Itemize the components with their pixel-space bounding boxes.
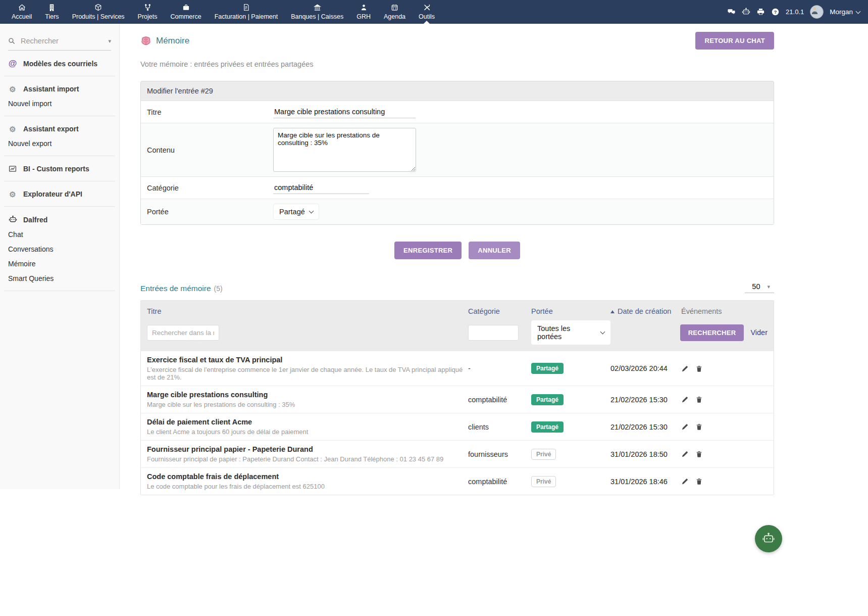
- sidebar-item-dalfred[interactable]: Dalfred: [8, 215, 111, 224]
- bank-icon: [314, 4, 321, 11]
- sidebar-item-assistant-export[interactable]: ⚙ Assistant export: [8, 125, 111, 133]
- edit-icon[interactable]: [681, 396, 689, 403]
- sort-asc-icon: [610, 310, 615, 313]
- edit-icon[interactable]: [681, 478, 689, 485]
- entry-desc: Le client Acme a toujours 60 jours de dé…: [147, 428, 468, 436]
- user-menu[interactable]: Morgan: [830, 8, 860, 16]
- delete-icon[interactable]: [695, 396, 703, 403]
- memory-entries-table: Titre Catégorie Portée Date de création …: [140, 300, 774, 495]
- entry-title[interactable]: Fournisseur principal papier - Papeterie…: [147, 445, 468, 453]
- sidebar-item-memoire[interactable]: Mémoire: [8, 260, 111, 268]
- column-titre[interactable]: Titre: [147, 307, 468, 315]
- nav-item-facturation-paiement[interactable]: Facturation | Paiement: [208, 0, 285, 24]
- column-categorie[interactable]: Catégorie: [468, 307, 531, 315]
- delete-icon[interactable]: [695, 478, 703, 485]
- categorie-label: Catégorie: [147, 184, 273, 192]
- navbar-right: ? 21.0.1 Morgan: [727, 0, 868, 24]
- calendar-icon: [391, 4, 398, 11]
- tools-icon: [423, 4, 431, 11]
- chevron-down-icon: [600, 329, 605, 335]
- assistant-fab-button[interactable]: [755, 525, 782, 552]
- filter-title-input[interactable]: [147, 325, 219, 341]
- sidebar-item-assistant-import[interactable]: ⚙ Assistant import: [8, 85, 111, 93]
- cancel-button[interactable]: ANNULER: [469, 242, 520, 259]
- entry-title[interactable]: Code comptable frais de déplacement: [147, 472, 468, 481]
- user-icon: [360, 4, 368, 11]
- nav-item-accueil[interactable]: Accueil: [5, 0, 38, 24]
- filter-scope-select[interactable]: Toutes les portées: [531, 320, 610, 345]
- filter-category-input[interactable]: [468, 325, 519, 341]
- search-icon: [8, 37, 15, 44]
- nav-item-agenda[interactable]: Agenda: [377, 0, 412, 24]
- sidebar-item-conversations[interactable]: Conversations: [8, 245, 111, 253]
- nav-item-projets[interactable]: Projets: [131, 0, 164, 24]
- clear-filters-link[interactable]: Vider: [750, 328, 768, 337]
- entry-category: fournisseurs: [468, 450, 531, 458]
- comments-icon[interactable]: [727, 8, 736, 16]
- nav-item-banques-caisses[interactable]: Banques | Caisses: [284, 0, 350, 24]
- search-dropdown-caret-icon[interactable]: ▾: [108, 38, 111, 44]
- page-size-select[interactable]: 50 ▾: [745, 282, 774, 293]
- table-filter-row: Toutes les portées RECHERCHER Vider: [141, 320, 774, 351]
- entry-title[interactable]: Marge cible prestations consulting: [147, 391, 468, 399]
- edit-icon[interactable]: [681, 365, 689, 372]
- avatar[interactable]: [810, 5, 824, 19]
- delete-icon[interactable]: [695, 365, 703, 372]
- sidebar-item-explorateur-api[interactable]: ⚙ Explorateur d'API: [8, 190, 111, 198]
- printer-icon[interactable]: [756, 8, 765, 16]
- scope-badge: Privé: [531, 449, 556, 460]
- portee-select[interactable]: Partagé: [273, 204, 319, 220]
- sidebar-item-nouvel-export[interactable]: Nouvel export: [8, 139, 111, 148]
- page-size-caret-icon: ▾: [767, 283, 770, 290]
- table-row: Code comptable frais de déplacement Le c…: [141, 467, 774, 495]
- nav-item-grh[interactable]: GRH: [350, 0, 377, 24]
- active-tab-caret: [424, 21, 430, 24]
- entry-date: 21/02/2026 15:30: [610, 423, 666, 431]
- column-portee[interactable]: Portée: [531, 307, 610, 315]
- categorie-input[interactable]: [273, 181, 369, 194]
- form-row-contenu: Contenu Marge cible sur les prestations …: [141, 123, 774, 176]
- return-chat-button[interactable]: RETOUR AU CHAT: [695, 32, 774, 50]
- robot-icon[interactable]: [742, 8, 750, 16]
- entry-date: 31/01/2026 18:50: [610, 450, 666, 458]
- page-subtitle: Votre mémoire : entrées privées et entré…: [140, 60, 774, 68]
- sidebar-item-bi-custom-reports[interactable]: BI - Custom reports: [8, 165, 111, 173]
- edit-icon[interactable]: [681, 423, 689, 431]
- sidebar-item-chat[interactable]: Chat: [8, 230, 111, 239]
- entry-title[interactable]: Exercice fiscal et taux de TVA principal: [147, 356, 468, 364]
- gears-icon: ⚙: [8, 125, 17, 133]
- list-title: Entrées de mémoire(5): [140, 284, 223, 293]
- sidebar-item-modeles-courriels[interactable]: @ Modèles des courriels: [8, 59, 111, 68]
- robot-icon: [8, 215, 17, 224]
- contenu-textarea[interactable]: Marge cible sur les prestations de consu…: [273, 128, 416, 172]
- delete-icon[interactable]: [695, 450, 703, 458]
- svg-text:?: ?: [774, 10, 777, 15]
- entry-date: 21/02/2026 15:30: [610, 396, 666, 404]
- sidebar-item-nouvel-import[interactable]: Nouvel import: [8, 100, 111, 108]
- briefcase-icon: [182, 4, 190, 11]
- delete-icon[interactable]: [695, 423, 703, 431]
- sidebar-search: ▾: [8, 36, 111, 51]
- nav-item-outils[interactable]: Outils: [412, 0, 441, 24]
- sidebar: ▾ @ Modèles des courriels ⚙ Assistant im…: [0, 24, 120, 489]
- portee-label: Portée: [147, 208, 273, 216]
- entry-desc: Marge cible sur les prestations de consu…: [147, 401, 468, 408]
- help-icon[interactable]: ?: [771, 8, 780, 16]
- column-date-creation[interactable]: Date de création: [610, 307, 666, 315]
- cube-icon: [94, 4, 102, 11]
- chevron-down-icon: [309, 209, 314, 214]
- titre-input[interactable]: [273, 106, 416, 118]
- entry-title[interactable]: Délai de paiement client Acme: [147, 418, 468, 426]
- table-row: Exercice fiscal et taux de TVA principal…: [141, 351, 774, 386]
- entry-date: 02/03/2026 20:44: [610, 364, 666, 372]
- nav-item-tiers[interactable]: Tiers: [38, 0, 65, 24]
- scope-badge: Partagé: [531, 363, 564, 374]
- entry-desc: Le code comptable pour les frais de dépl…: [147, 483, 468, 490]
- nav-item-produits-services[interactable]: Produits | Services: [66, 0, 131, 24]
- save-button[interactable]: ENREGISTRER: [394, 242, 462, 259]
- edit-icon[interactable]: [681, 450, 689, 458]
- nav-item-commerce[interactable]: Commerce: [164, 0, 208, 24]
- sidebar-item-smart-queries[interactable]: Smart Queries: [8, 274, 111, 282]
- search-button[interactable]: RECHERCHER: [680, 324, 744, 341]
- search-input[interactable]: [20, 36, 104, 45]
